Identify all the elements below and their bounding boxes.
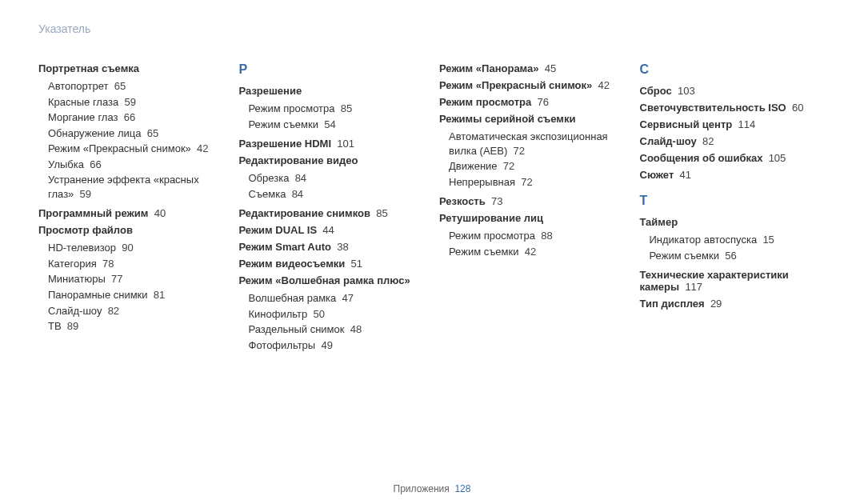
- index-entry: Фотофильтры 49: [249, 338, 426, 353]
- index-entry: Обрезка 84: [249, 171, 426, 186]
- index-entry: ТВ 89: [48, 319, 225, 334]
- sublist: Обрезка 84 Съемка 84: [249, 171, 426, 201]
- column-4: С Сброс 103 Светочувствительность ISO 60…: [640, 62, 826, 358]
- index-heading: Портретная съемка: [38, 62, 225, 74]
- index-entry: Обнаружение лица 65: [48, 126, 225, 141]
- index-entry: Режим просмотра 85: [249, 102, 426, 116]
- index-columns: Портретная съемка Автопортрет 65 Красные…: [38, 62, 826, 358]
- index-heading: Сообщения об ошибках 105: [640, 152, 826, 164]
- letter-heading: С: [640, 62, 826, 77]
- index-heading: Разрешение: [239, 85, 426, 97]
- index-entry: Устранение эффекта «красных глаз» 59: [48, 173, 225, 201]
- index-page: Указатель Портретная съемка Автопортрет …: [0, 0, 864, 504]
- column-2: Р Разрешение Режим просмотра 85 Режим съ…: [239, 62, 426, 358]
- section-title: Указатель: [38, 22, 826, 35]
- index-heading: Светочувствительность ISO 60: [640, 102, 826, 114]
- index-entry: Категория 78: [48, 257, 225, 271]
- index-heading: Режимы серийной съемки: [439, 113, 626, 125]
- index-heading: Резкость 73: [439, 195, 626, 207]
- index-heading: Редактирование снимков 85: [239, 207, 426, 219]
- index-entry: Режим просмотра 88: [449, 229, 626, 243]
- index-heading: Тип дисплея 29: [640, 298, 826, 310]
- index-entry: Раздельный снимок 48: [249, 322, 426, 337]
- index-heading: Режим «Панорама» 45: [439, 62, 626, 74]
- index-heading: Слайд-шоу 82: [640, 135, 826, 147]
- index-heading: Режим видеосъемки 51: [239, 258, 426, 270]
- sublist: Автоматическая экспозиционная вилка (AEB…: [449, 130, 626, 189]
- index-heading: Технические характеристики камеры 117: [640, 269, 826, 293]
- index-heading: Сервисный центр 114: [640, 118, 826, 130]
- sublist: Режим просмотра 85 Режим съемки 54: [249, 102, 426, 131]
- index-entry: Режим «Прекрасный снимок» 42: [48, 142, 225, 156]
- index-entry: Автоматическая экспозиционная вилка (AEB…: [449, 130, 626, 158]
- sublist: Волшебная рамка 47 Кинофильтр 50 Раздель…: [249, 291, 426, 352]
- index-heading: Разрешение HDMI 101: [239, 138, 426, 150]
- index-heading: Таймер: [640, 216, 826, 228]
- index-heading: Просмотр файлов: [38, 224, 225, 236]
- footer-label: Приложения: [394, 483, 450, 494]
- sublist: Режим просмотра 88 Режим съемки 42: [449, 229, 626, 258]
- index-heading: Редактирование видео: [239, 154, 426, 166]
- index-entry: Индикатор автоспуска 15: [650, 233, 826, 247]
- index-entry: Непрерывная 72: [449, 175, 626, 190]
- index-entry: Улыбка 66: [48, 158, 225, 172]
- index-entry: Автопортрет 65: [48, 79, 225, 94]
- index-entry: Волшебная рамка 47: [249, 291, 426, 306]
- sublist: Индикатор автоспуска 15 Режим съемки 56: [650, 233, 826, 262]
- sublist: HD-телевизор 90 Категория 78 Миниатюры 7…: [48, 241, 225, 333]
- index-entry: Слайд-шоу 82: [48, 304, 225, 318]
- index-entry: Миниатюры 77: [48, 272, 225, 286]
- index-heading: Режим Smart Auto 38: [239, 241, 426, 253]
- index-entry: Режим съемки 42: [449, 245, 626, 259]
- index-heading: Сюжет 41: [640, 169, 826, 181]
- index-entry: Режим съемки 54: [249, 118, 426, 132]
- index-heading: Режим «Прекрасный снимок» 42: [439, 79, 626, 91]
- letter-heading: Т: [640, 194, 826, 208]
- index-heading: Режим DUAL IS 44: [239, 224, 426, 236]
- index-entry: Съемка 84: [249, 187, 426, 202]
- index-entry: Кинофильтр 50: [249, 307, 426, 322]
- index-heading: Режим просмотра 76: [439, 96, 626, 108]
- index-entry: Движение 72: [449, 159, 626, 174]
- index-heading: Режим «Волшебная рамка плюс»: [239, 274, 426, 286]
- index-heading: Программный режим 40: [38, 207, 225, 219]
- footer-page-number: 128: [454, 483, 470, 494]
- column-3: Режим «Панорама» 45 Режим «Прекрасный сн…: [439, 62, 626, 358]
- column-1: Портретная съемка Автопортрет 65 Красные…: [38, 62, 225, 358]
- sublist: Автопортрет 65 Красные глаза 59 Моргание…: [48, 79, 225, 201]
- index-entry: Моргание глаз 66: [48, 110, 225, 125]
- index-entry: Режим съемки 56: [650, 249, 826, 263]
- index-entry: Панорамные снимки 81: [48, 288, 225, 302]
- page-footer: Приложения 128: [0, 483, 864, 494]
- index-entry: Красные глаза 59: [48, 95, 225, 110]
- letter-heading: Р: [239, 62, 426, 77]
- index-entry: HD-телевизор 90: [48, 241, 225, 255]
- index-heading: Сброс 103: [640, 85, 826, 97]
- index-heading: Ретуширование лиц: [439, 212, 626, 224]
